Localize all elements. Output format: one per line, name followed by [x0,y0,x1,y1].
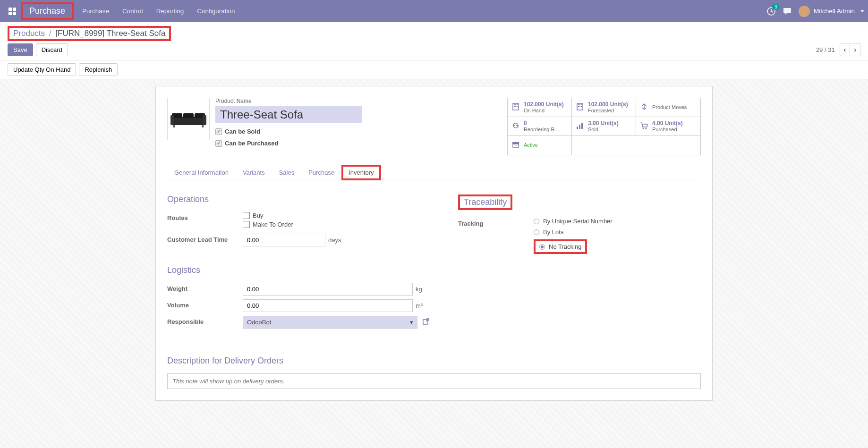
apps-icon[interactable] [4,3,21,20]
route-buy-label: Buy [253,212,263,219]
archive-icon [511,140,520,151]
tracking-serial-label: By Unique Serial Number [543,218,613,225]
svg-rect-3 [13,12,16,15]
discard-button[interactable]: Discard [36,43,68,56]
svg-rect-29 [581,123,583,129]
svg-point-30 [643,127,644,129]
weight-unit: kg [413,283,425,295]
pager: 29 / 31 ‹ › [816,43,860,56]
svg-rect-0 [9,8,12,11]
breadcrumb-current: [FURN_8999] Three-Seat Sofa [55,29,165,38]
route-mto-label: Make To Order [253,221,293,228]
reorder-label: Reordering R... [524,127,559,133]
description-textarea[interactable] [167,373,701,389]
external-link-icon[interactable] [422,318,430,327]
svg-point-31 [646,127,647,129]
stat-moves[interactable]: Product Moves [636,98,700,117]
breadcrumb-sep: / [49,29,51,38]
tab-variants[interactable]: Variants [236,165,272,180]
forecasted-value: 102.000 Unit(s) [588,101,628,108]
menu-purchase[interactable]: Purchase [82,8,109,15]
traceability-title: Traceability [458,194,512,210]
svg-rect-24 [578,106,579,107]
responsible-select[interactable]: OdooBot ▾ [243,316,417,329]
svg-rect-25 [579,106,580,107]
on-hand-label: On Hand [524,108,564,114]
form-sheet: Product Name ✓ Can be Sold ✓ Can be Purc… [155,86,713,401]
svg-rect-26 [581,106,582,107]
product-image[interactable] [167,98,210,140]
pager-prev[interactable]: ‹ [840,43,851,56]
product-name-label: Product Name [215,98,502,104]
tracking-label: Tracking [458,218,534,227]
tracking-lots-radio[interactable] [534,229,539,235]
can-be-sold-label: Can be Sold [225,128,260,135]
stat-on-hand[interactable]: 102.000 Unit(s)On Hand [508,98,572,117]
product-name-input[interactable] [215,106,362,123]
pager-text: 29 / 31 [816,46,835,53]
avatar [799,6,810,17]
menu-control[interactable]: Control [122,8,143,15]
svg-rect-33 [513,144,519,147]
volume-input[interactable] [243,299,413,312]
tabs: General Information Variants Sales Purch… [167,165,701,180]
user-menu[interactable]: Mitchell Admin [799,6,864,17]
tab-sales[interactable]: Sales [272,165,302,180]
tracking-lots-label: By Lots [543,228,563,236]
messages-icon[interactable] [783,7,792,16]
can-be-purchased-label: Can be Purchased [225,140,278,147]
svg-rect-1 [13,8,16,11]
save-button[interactable]: Save [8,43,33,56]
stat-active[interactable]: Active [508,136,572,155]
svg-rect-10 [203,115,206,125]
svg-rect-12 [202,125,204,127]
on-hand-value: 102.000 Unit(s) [524,101,564,108]
update-qty-button[interactable]: Update Qty On Hand [8,63,76,76]
svg-rect-11 [173,125,175,127]
breadcrumb-link[interactable]: Products [13,29,45,38]
stat-purchased[interactable]: 4.00 Unit(s)Purchased [636,117,700,136]
volume-label: Volume [167,299,243,309]
sofa-icon [170,110,207,128]
sold-value: 3.00 Unit(s) [588,120,619,127]
route-mto-checkbox[interactable] [243,221,250,228]
responsible-value: OdooBot [247,319,271,326]
svg-rect-7 [183,113,194,118]
logistics-title: Logistics [167,265,430,275]
menu-reporting[interactable]: Reporting [156,8,184,15]
stat-forecasted[interactable]: 102.000 Unit(s)Forecasted [572,98,636,117]
route-buy-checkbox[interactable] [243,212,250,219]
user-name: Mitchell Admin [814,8,855,15]
volume-unit: m³ [413,300,425,312]
action-row: Update Qty On Hand Replenish [0,60,868,79]
svg-rect-18 [515,106,516,107]
breadcrumb: Products / [FURN_8999] Three-Seat Sofa [8,26,171,41]
replenish-button[interactable]: Replenish [79,63,118,76]
menu-configuration[interactable]: Configuration [197,8,235,15]
can-be-sold-checkbox[interactable]: ✓ [215,128,222,135]
stat-reorder[interactable]: 0Reordering R... [508,117,572,136]
svg-rect-16 [517,104,518,105]
exchange-icon [640,102,648,113]
tab-general[interactable]: General Information [167,165,236,180]
lead-time-unit: days [325,234,344,246]
activities-icon[interactable]: 9 [766,7,776,16]
app-title: Purchase [21,2,74,20]
svg-rect-19 [517,106,518,107]
chevron-down-icon: ▾ [410,319,413,326]
pager-next[interactable]: › [850,43,860,56]
svg-rect-15 [515,104,516,105]
tab-purchase[interactable]: Purchase [301,165,341,180]
chart-icon [576,121,584,132]
cart-icon [640,121,648,132]
svg-rect-2 [9,12,12,15]
weight-input[interactable] [243,283,413,296]
tracking-none-radio[interactable] [539,244,545,250]
tracking-none-label: No Tracking [549,243,581,250]
stat-sold[interactable]: 3.00 Unit(s)Sold [572,117,636,136]
tab-inventory[interactable]: Inventory [341,165,381,180]
operations-title: Operations [167,194,430,204]
can-be-purchased-checkbox[interactable]: ✓ [215,140,222,147]
tracking-serial-radio[interactable] [534,219,539,224]
lead-time-input[interactable] [243,234,325,246]
